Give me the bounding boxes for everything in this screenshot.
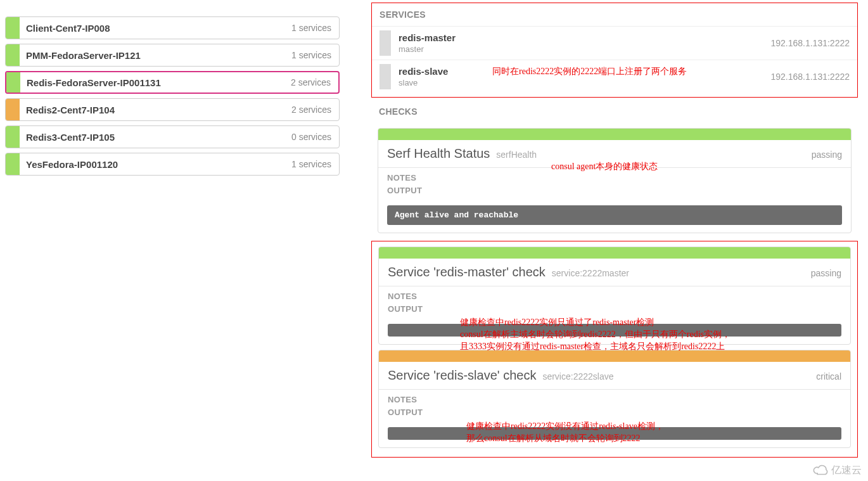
node-item-selected[interactable]: Redis-FedoraServer-IP001131 2 services [5, 71, 340, 94]
node-name: Client-Cent7-IP008 [20, 23, 291, 34]
node-name: PMM-FedoraServer-IP121 [20, 50, 291, 61]
check-status: passing [811, 268, 841, 278]
checks-box: Service 'redis-master' check service:222… [371, 241, 858, 458]
node-item[interactable]: YesFedora-IP001120 1 services [5, 153, 340, 176]
detail-panel: SERVICES redis-master master 192.168.1.1… [371, 0, 858, 458]
node-item[interactable]: PMM-FedoraServer-IP121 1 services [5, 44, 340, 67]
service-address: 192.168.1.131:2222 [770, 38, 850, 48]
node-services-count: 2 services [291, 105, 339, 115]
check-title: Serf Health Status [387, 146, 490, 161]
check-card: Serf Health Status serfHealth passing NO… [378, 128, 852, 233]
services-section: SERVICES redis-master master 192.168.1.1… [371, 3, 858, 98]
service-info: redis-master master [399, 32, 770, 54]
node-name: YesFedora-IP001120 [20, 159, 291, 170]
node-status-bar [6, 44, 20, 66]
check-subtitle: service:2222master [552, 268, 629, 278]
node-services-count: 0 services [291, 132, 339, 142]
node-name: Redis2-Cent7-IP104 [20, 105, 291, 115]
service-row[interactable]: redis-master master 192.168.1.131:2222 [372, 26, 857, 60]
watermark: 亿速云 [812, 463, 862, 477]
check-output [388, 427, 841, 440]
check-card: Service 'redis-slave' check service:2222… [378, 350, 851, 448]
service-address: 192.168.1.131:2222 [770, 72, 850, 82]
node-name: Redis-FedoraServer-IP001131 [20, 77, 291, 88]
service-tag: master [399, 44, 770, 54]
node-services-count: 2 services [291, 77, 338, 87]
node-status-bar [6, 153, 20, 175]
check-meta: NOTES OUTPUT [379, 389, 850, 425]
service-tag: slave [399, 78, 770, 87]
check-card: Service 'redis-master' check service:222… [378, 247, 851, 345]
check-meta: NOTES OUTPUT [379, 286, 850, 321]
check-status-bar [379, 350, 850, 362]
checks-header: CHECKS [371, 98, 858, 123]
node-list: Client-Cent7-IP008 1 services PMM-Fedora… [5, 16, 340, 176]
node-item[interactable]: Redis3-Cent7-IP105 0 services [5, 125, 340, 148]
notes-label: NOTES [388, 394, 841, 406]
node-services-count: 1 services [291, 50, 339, 60]
node-item[interactable]: Redis2-Cent7-IP104 2 services [5, 98, 340, 121]
node-status-bar [6, 99, 20, 120]
check-subtitle: service:2222slave [542, 371, 613, 382]
notes-label: NOTES [387, 172, 842, 184]
check-title: Service 'redis-master' check [388, 265, 546, 279]
output-label: OUTPUT [388, 406, 841, 419]
cloud-icon [812, 463, 829, 477]
nodes-sidebar: Client-Cent7-IP008 1 services PMM-Fedora… [5, 0, 340, 180]
notes-label: NOTES [388, 290, 841, 303]
check-status: passing [812, 150, 842, 160]
check-output: Agent alive and reachable [387, 205, 842, 225]
watermark-text: 亿速云 [831, 464, 862, 477]
service-name: redis-slave [399, 66, 770, 77]
check-status-bar [378, 129, 851, 140]
node-status-bar [6, 72, 20, 93]
output-label: OUTPUT [387, 184, 842, 197]
check-status: critical [816, 371, 841, 382]
services-header: SERVICES [372, 3, 857, 26]
node-name: Redis3-Cent7-IP105 [20, 132, 291, 143]
service-status-bar [380, 64, 391, 89]
service-row[interactable]: redis-slave slave 192.168.1.131:2222 [372, 60, 857, 93]
service-name: redis-master [399, 32, 770, 43]
service-info: redis-slave slave [399, 66, 770, 87]
check-output [388, 324, 841, 337]
node-services-count: 1 services [291, 23, 339, 33]
check-status-bar [379, 247, 850, 259]
node-item[interactable]: Client-Cent7-IP008 1 services [5, 16, 340, 39]
check-title-row: Serf Health Status serfHealth passing [378, 140, 851, 167]
check-title-row: Service 'redis-master' check service:222… [379, 259, 850, 286]
service-status-bar [380, 30, 391, 56]
check-meta: NOTES OUTPUT [378, 167, 851, 203]
node-services-count: 1 services [291, 159, 339, 169]
check-title-row: Service 'redis-slave' check service:2222… [379, 362, 850, 389]
node-status-bar [6, 126, 20, 148]
check-subtitle: serfHealth [496, 150, 537, 160]
output-label: OUTPUT [388, 303, 841, 316]
node-status-bar [6, 17, 20, 39]
check-title: Service 'redis-slave' check [388, 368, 536, 383]
